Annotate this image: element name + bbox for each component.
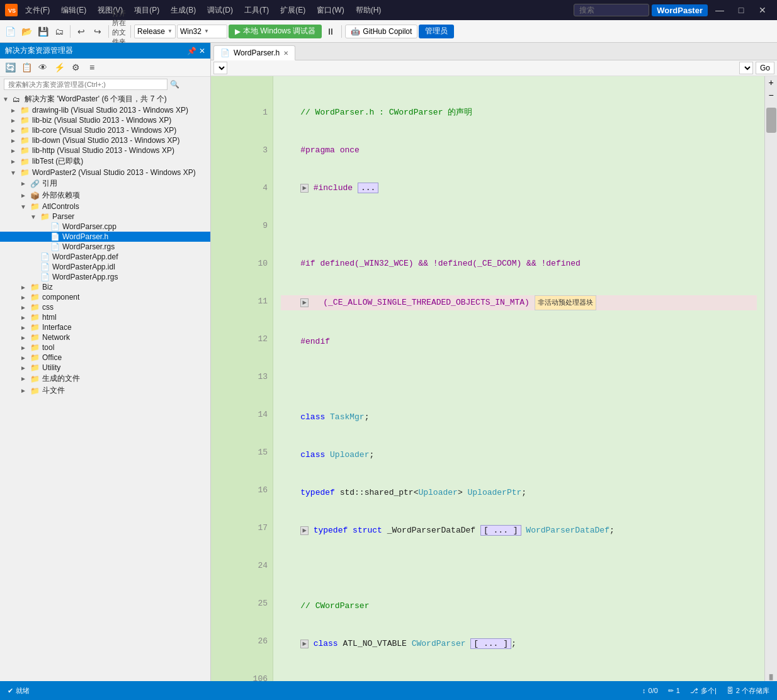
status-branches: ⎇ 多个| [688,686,719,696]
tree-label-ext-dep: 外部依赖项 [42,190,80,201]
tree-arrow-tool [20,344,30,351]
tree-item-doufiles[interactable]: 📁斗文件 [0,385,210,397]
tree-item-AtlControls[interactable]: 📁AtlControls [0,201,210,212]
tree-item-css[interactable]: 📁css [0,302,210,312]
se-show-all-button[interactable]: 👁 [35,60,50,75]
se-settings-button[interactable]: ⚙ [68,60,83,75]
tree-icon-WordPasterApp.def: 📄 [40,252,50,261]
open-all-files-button[interactable]: 打开所在的文件夹(0) [112,24,127,39]
context-method-dropdown[interactable] [739,62,753,74]
tree-label-Parser: Parser [52,212,74,221]
undo-button[interactable]: ↩ [74,24,89,39]
platform-dropdown[interactable]: Win32 ▼ [177,25,227,38]
code-line-4: ► #include ... [281,182,757,195]
editor-scrollbar-track[interactable] [765,101,777,673]
tree-item-WordParser.cpp[interactable]: 📄WordParser.cpp [0,222,210,232]
solution-explorer-search-input[interactable] [4,79,167,90]
maximize-button[interactable]: □ [732,4,751,16]
new-file-button[interactable]: 📄 [3,24,18,39]
menu-tools[interactable]: 工具(T) [239,3,274,18]
tab-close-button[interactable]: ✕ [283,50,288,57]
tree-item-lib-down[interactable]: 📁lib-down (Visual Studio 2013 - Windows … [0,135,210,145]
tree-icon-component: 📁 [30,293,40,302]
se-more-button[interactable]: ≡ [84,60,99,75]
se-close-button[interactable]: ✕ [199,47,205,55]
menu-debug[interactable]: 调试(D) [202,3,238,18]
tree-item-WordPaster2[interactable]: 📁WordPaster2 (Visual Studio 2013 - Windo… [0,167,210,178]
minimize-button[interactable]: — [710,4,729,16]
tree-item-lib-http[interactable]: 📁lib-http (Visual Studio 2013 - Windows … [0,145,210,155]
menu-file[interactable]: 文件(F) [20,3,55,18]
search-icon: 🔍 [170,80,179,89]
close-button[interactable]: ✕ [753,4,772,16]
editor-zoom-out-button[interactable]: − [765,89,777,101]
edit-icon: ✏ [668,687,674,695]
go-button[interactable]: Go [756,62,774,74]
tree-item-Biz[interactable]: 📁Biz [0,282,210,292]
tree-item-lib-core[interactable]: 📁lib-core (Visual Studio 2013 - Windows … [0,125,210,135]
save-all-button[interactable]: 🗂 [52,24,67,39]
editor-tab-wordparser-h[interactable]: 📄 WordParser.h ✕ [213,45,295,60]
tab-icon: 📄 [220,48,230,57]
tree-item-drawing-lib[interactable]: 📁drawing-lib (Visual Studio 2013 - Windo… [0,105,210,115]
tree-label-WordParser.cpp: WordParser.cpp [62,222,116,231]
menu-project[interactable]: 项目(P) [129,3,164,18]
tree-item-Office[interactable]: 📁Office [0,353,210,363]
tree-item-generated-files[interactable]: 📁生成的文件 [0,373,210,385]
tree-icon-WordParser.cpp: 📄 [50,222,60,231]
code-editor[interactable]: 1 3 4 9 10 11 12 13 14 15 16 17 24 25 26… [211,76,764,681]
tree-arrow-ext-dep [20,192,30,199]
menu-edit[interactable]: 编辑(E) [56,3,91,18]
se-collapse-button[interactable]: 📋 [19,60,34,75]
code-line-13 [281,373,757,386]
status-branches-label: 多个| [701,686,717,696]
tree-item-WordPasterApp.rgs[interactable]: 📄WordPasterApp.rgs [0,272,210,282]
global-search-input[interactable] [574,4,649,16]
tree-item-libTest[interactable]: 📁libTest (已即载) [0,155,210,167]
tree-item-Utility[interactable]: 📁Utility [0,363,210,373]
tree-item-html[interactable]: 📁html [0,312,210,322]
pause-button[interactable]: ⏸ [323,24,338,39]
tree-item-lib-biz[interactable]: 📁lib-biz (Visual Studio 2013 - Windows X… [0,115,210,125]
tree-item-WordPasterApp.idl[interactable]: 📄WordPasterApp.idl [0,262,210,272]
menu-help[interactable]: 帮助(H) [351,3,387,18]
tree-item-ref[interactable]: 🔗引用 [0,178,210,189]
sep3 [130,25,131,38]
save-button[interactable]: 💾 [35,24,50,39]
tree-item-WordParser.rgs[interactable]: 📄WordParser.rgs [0,242,210,252]
code-line-15: class Uploader; [281,449,757,461]
solution-explorer-search-bar: 🔍 [0,77,210,92]
tree-label-AtlControls: AtlControls [42,202,79,211]
tree-label-tool: tool [42,343,54,352]
open-button[interactable]: 📂 [19,24,34,39]
se-refresh-button[interactable]: 🔄 [3,60,18,75]
status-ready: ✔ 就绪 [5,686,32,696]
copilot-button[interactable]: 🤖 GitHub Copilot [345,25,417,38]
menu-window[interactable]: 窗口(W) [312,3,349,18]
tree-item-WordPasterApp.def[interactable]: 📄WordPasterApp.def [0,252,210,262]
se-pin-button[interactable]: 📌 [187,47,196,55]
tree-item-Interface[interactable]: 📁Interface [0,322,210,332]
tree-item-ext-dep[interactable]: 📦外部依赖项 [0,189,210,201]
tree-item-component[interactable]: 📁component [0,292,210,302]
tree-item-WordParser.h[interactable]: 📄WordParser.h [0,232,210,242]
menu-build[interactable]: 生成(B) [166,3,201,18]
context-class-dropdown[interactable] [213,62,227,74]
tree-label-WordPaster2: WordPaster2 (Visual Studio 2013 - Window… [32,168,196,177]
tree-arrow-Network [20,334,30,341]
run-debug-button[interactable]: ▶ 本地 Windows 调试器 [229,25,322,38]
tree-item-tool[interactable]: 📁tool [0,342,210,353]
code-line-25: // CWordParser [281,600,757,612]
tree-icon-WordPasterApp.idl: 📄 [40,262,50,271]
editor-zoom-in-button[interactable]: + [765,76,777,89]
status-position-label: 0/0 [649,687,658,694]
se-pending-button[interactable]: ⚡ [52,60,67,75]
menu-extensions[interactable]: 扩展(E) [275,3,310,18]
tree-root[interactable]: 🗂 解决方案 'WordPaster' (6 个项目，共 7 个) [0,93,210,105]
tree-item-Network[interactable]: 📁Network [0,332,210,342]
editor-scrollbar-thumb[interactable] [766,108,776,133]
manage-button[interactable]: 管理员 [419,25,454,38]
tree-item-Parser[interactable]: 📁Parser [0,212,210,222]
build-config-dropdown[interactable]: Release ▼ [134,25,176,38]
redo-button[interactable]: ↪ [90,24,105,39]
